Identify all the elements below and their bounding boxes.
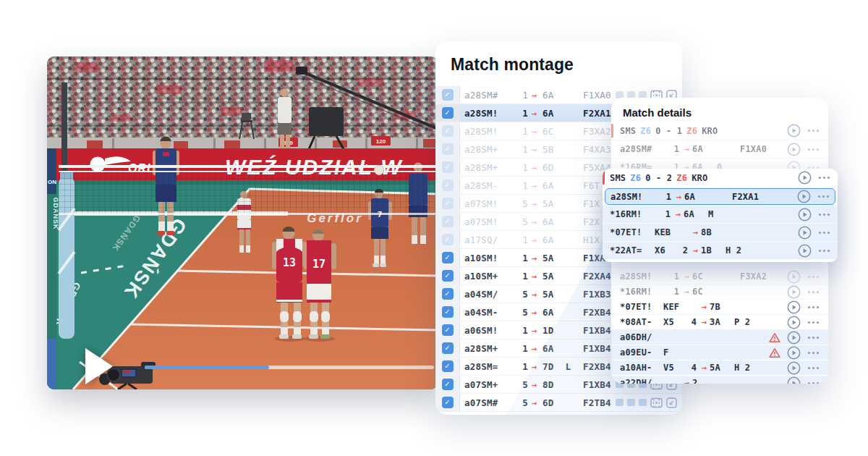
detail-event-row[interactable]: a28SM!1→6CF3XA2 bbox=[611, 269, 828, 284]
row-checkbox[interactable]: ✓ bbox=[442, 270, 454, 282]
arrow-icon: → bbox=[528, 216, 540, 227]
combination-code: F1XB4 bbox=[583, 325, 615, 336]
row-actions bbox=[798, 208, 830, 221]
grid-square[interactable] bbox=[627, 399, 635, 406]
row-actions bbox=[616, 397, 677, 408]
board-text-gdansk: GDAŃSK bbox=[52, 197, 59, 229]
play-event-button[interactable] bbox=[787, 300, 801, 314]
film-icon[interactable] bbox=[650, 397, 663, 408]
more-options-button[interactable] bbox=[818, 176, 830, 180]
more-options-button[interactable] bbox=[807, 336, 820, 339]
detail-event-row[interactable]: *16RM!1→6C bbox=[611, 284, 828, 300]
row-checkbox[interactable]: ✓ bbox=[442, 198, 454, 209]
row-checkbox[interactable]: ✓ bbox=[442, 107, 454, 119]
play-event-button[interactable] bbox=[798, 208, 812, 221]
row-checkbox[interactable]: ✓ bbox=[442, 342, 454, 354]
detail-event-row[interactable]: *07ET!KEB→8B bbox=[603, 224, 838, 242]
more-options-button[interactable] bbox=[807, 366, 820, 370]
detail-event-row[interactable]: a22DH/→2 bbox=[611, 376, 828, 384]
detail-event-row[interactable]: *16RM!1→6AM bbox=[603, 206, 838, 224]
detail-event-row[interactable]: a06DH/ bbox=[611, 330, 828, 345]
combination-code: F2TB4 bbox=[583, 397, 615, 408]
row-checkbox[interactable]: ✓ bbox=[442, 379, 454, 390]
more-options-button[interactable] bbox=[807, 321, 820, 324]
row-checkbox[interactable]: ✓ bbox=[442, 125, 454, 137]
row-checkbox[interactable]: ✓ bbox=[442, 180, 454, 191]
montage-row[interactable]: ✓a07SM#5→6DF2TB4 bbox=[435, 394, 682, 412]
expand-icon[interactable] bbox=[666, 397, 677, 408]
more-options-button[interactable] bbox=[818, 231, 830, 235]
checkbox-cell: ✓ bbox=[435, 285, 460, 303]
play-event-button[interactable] bbox=[797, 190, 811, 203]
checkbox-cell: ✓ bbox=[435, 249, 460, 266]
row-checkbox[interactable]: ✓ bbox=[442, 89, 454, 101]
detail-event-row[interactable]: *07ET!KEF→7B bbox=[611, 300, 828, 315]
rally-header-row[interactable]: SMSZ60 - 2Z6KRO bbox=[603, 169, 838, 187]
play-event-button[interactable] bbox=[798, 226, 812, 240]
detail-event-row[interactable]: a28SM#1→6AF1XA0 bbox=[611, 140, 828, 159]
event-code: a07SM! bbox=[464, 198, 520, 209]
more-options-button[interactable] bbox=[807, 148, 820, 151]
row-checkbox[interactable]: ✓ bbox=[442, 252, 454, 263]
arrow-icon: → bbox=[681, 287, 692, 297]
detail-event-row[interactable]: *22AT=X62→1BH 2 bbox=[603, 242, 838, 260]
combination-code: F2XA4 bbox=[583, 271, 615, 282]
arrow-icon: → bbox=[673, 192, 684, 202]
play-event-button[interactable] bbox=[798, 171, 812, 185]
play-event-button[interactable] bbox=[787, 346, 801, 360]
player-number: 1 bbox=[672, 144, 681, 154]
play-event-button[interactable] bbox=[787, 316, 801, 329]
more-options-button[interactable] bbox=[807, 290, 820, 294]
grid-square[interactable] bbox=[639, 399, 647, 406]
more-options-button[interactable] bbox=[807, 275, 820, 279]
row-checkbox[interactable]: ✓ bbox=[442, 306, 454, 318]
more-options-button[interactable] bbox=[807, 129, 820, 132]
grid-square[interactable] bbox=[616, 399, 624, 406]
row-checkbox[interactable]: ✓ bbox=[442, 216, 454, 227]
video-player[interactable]: 119 120 bbox=[47, 56, 438, 389]
row-checkbox[interactable]: ✓ bbox=[442, 143, 454, 155]
more-options-button[interactable] bbox=[818, 213, 830, 216]
detail-event-row[interactable]: a28SM!1→6AF2XA1 bbox=[605, 188, 835, 205]
checkbox-cell: ✓ bbox=[435, 122, 460, 140]
play-event-button[interactable] bbox=[787, 124, 801, 138]
arrow-icon: → bbox=[699, 363, 710, 373]
row-checkbox[interactable]: ✓ bbox=[442, 360, 454, 372]
more-options-button[interactable] bbox=[818, 249, 830, 253]
row-checkbox[interactable]: ✓ bbox=[442, 161, 454, 173]
play-event-button[interactable] bbox=[787, 270, 801, 284]
jersey-number-17: 17 bbox=[312, 258, 326, 271]
combination-code: F1XA0 bbox=[740, 144, 767, 154]
barrier-plate-120: 120 bbox=[376, 138, 386, 145]
play-button[interactable] bbox=[85, 348, 113, 384]
play-event-button[interactable] bbox=[798, 244, 812, 258]
row-checkbox[interactable]: ✓ bbox=[442, 397, 454, 408]
play-event-button[interactable] bbox=[787, 285, 801, 299]
play-event-button[interactable] bbox=[787, 361, 801, 375]
row-checkbox[interactable]: ✓ bbox=[442, 288, 454, 300]
arrow-icon: → bbox=[528, 90, 540, 101]
combination-code: F2XB4 bbox=[583, 361, 615, 372]
row-checkbox[interactable]: ✓ bbox=[442, 324, 454, 336]
more-options-button[interactable] bbox=[817, 195, 830, 198]
details-title: Match details bbox=[611, 98, 828, 122]
target-zone: 6A bbox=[540, 108, 562, 119]
more-options-button[interactable] bbox=[807, 381, 820, 384]
player-number: 5 bbox=[520, 397, 528, 408]
event-code: a07SM! bbox=[464, 216, 520, 227]
detail-event-row[interactable]: *08AT-X54→3AP 2 bbox=[611, 315, 828, 330]
detail-event-row[interactable]: a10AH-V54→5AH 2 bbox=[611, 360, 828, 376]
rally-header-row[interactable]: SMSZ60 - 1Z6KRO bbox=[611, 122, 828, 140]
detail-event-row[interactable]: a09EU-F bbox=[611, 345, 828, 360]
target-zone: 1B bbox=[701, 245, 720, 256]
page: 119 120 bbox=[0, 0, 868, 456]
row-checkbox[interactable]: ✓ bbox=[442, 234, 454, 245]
play-event-button[interactable] bbox=[787, 331, 801, 345]
video-progress-bar[interactable] bbox=[145, 366, 434, 369]
arrow-icon: → bbox=[699, 317, 710, 327]
arrow-icon: → bbox=[681, 378, 692, 384]
play-event-button[interactable] bbox=[787, 376, 801, 384]
play-event-button[interactable] bbox=[787, 143, 801, 156]
more-options-button[interactable] bbox=[807, 351, 820, 355]
more-options-button[interactable] bbox=[807, 305, 820, 309]
